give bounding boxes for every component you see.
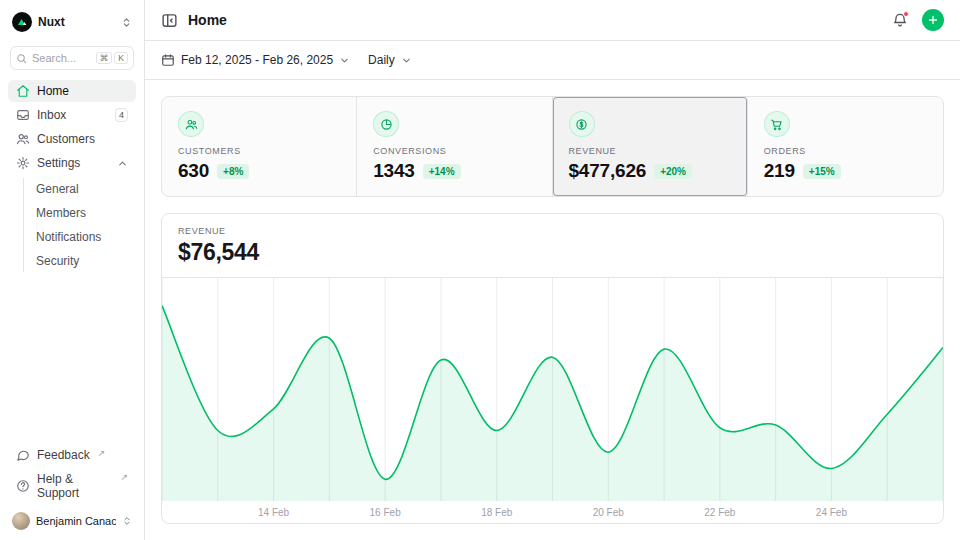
- inbox-icon: [16, 108, 30, 122]
- sidebar-item-customers[interactable]: Customers: [8, 128, 136, 150]
- sidebar-item-label: Home: [37, 84, 69, 98]
- workspace-name: Nuxt: [38, 15, 65, 29]
- sidebar-item-inbox[interactable]: Inbox 4: [8, 104, 136, 126]
- header-actions: [892, 9, 944, 31]
- user-avatar: [12, 512, 30, 530]
- x-axis-tick: 20 Feb: [593, 507, 625, 518]
- stat-value: 1343: [373, 160, 414, 182]
- stat-label: CUSTOMERS: [178, 146, 340, 156]
- chart-pie-icon: [373, 111, 399, 137]
- period-label: Daily: [368, 53, 395, 67]
- external-link-icon: ↗: [120, 472, 128, 482]
- sidebar-item-label: Inbox: [37, 108, 66, 122]
- x-axis-tick: 24 Feb: [816, 507, 848, 518]
- chevron-down-icon: [401, 55, 412, 66]
- page-title: Home: [188, 12, 227, 28]
- sidebar-toggle-icon[interactable]: [161, 12, 178, 29]
- stat-card-orders[interactable]: ORDERS 219 +15%: [748, 97, 943, 196]
- settings-children: General Members Notifications Security: [23, 178, 136, 272]
- stat-card-revenue[interactable]: REVENUE $477,626 +20%: [553, 97, 748, 196]
- chevron-down-icon: [339, 55, 350, 66]
- page-header: Home: [145, 0, 960, 41]
- help-circle-icon: [16, 479, 30, 493]
- sidebar-item-settings[interactable]: Settings: [8, 152, 136, 174]
- x-axis-tick: 18 Feb: [481, 507, 513, 518]
- x-axis-tick: 22 Feb: [704, 507, 736, 518]
- sidebar-footer: Feedback ↗ Help & Support ↗ Benjamin Can…: [8, 444, 136, 532]
- kbd-cmd: ⌘: [96, 52, 113, 65]
- stat-label: ORDERS: [764, 146, 927, 156]
- gear-icon: [16, 156, 30, 170]
- sidebar-item-security[interactable]: Security: [29, 250, 136, 272]
- filters-toolbar: Feb 12, 2025 - Feb 26, 2025 Daily: [145, 41, 960, 80]
- users-icon: [178, 111, 204, 137]
- x-axis-tick: 16 Feb: [370, 507, 402, 518]
- stat-value: $477,626: [569, 160, 647, 182]
- external-link-icon: ↗: [98, 448, 106, 458]
- nuxt-logo-icon: [12, 12, 32, 32]
- feedback-label: Feedback: [37, 448, 90, 462]
- search-input[interactable]: [32, 52, 78, 64]
- shopping-cart-icon: [764, 111, 790, 137]
- revenue-area-chart: 14 Feb16 Feb18 Feb20 Feb22 Feb24 Feb: [162, 278, 943, 523]
- stat-value: 630: [178, 160, 209, 182]
- stat-delta-badge: +15%: [803, 164, 841, 179]
- sidebar-item-label: Customers: [37, 132, 95, 146]
- kbd-k: K: [114, 52, 128, 65]
- chevron-up-icon: [117, 158, 128, 169]
- chart-body: 14 Feb16 Feb18 Feb20 Feb22 Feb24 Feb: [162, 278, 943, 523]
- stat-value: 219: [764, 160, 795, 182]
- stat-delta-badge: +20%: [654, 164, 692, 179]
- chart-metric-value: $76,544: [178, 239, 927, 266]
- stat-label: REVENUE: [569, 146, 731, 156]
- sidebar: Nuxt ⌘K Home Inbox 4: [0, 0, 145, 540]
- chart-metric-label: REVENUE: [178, 226, 927, 236]
- calendar-icon: [161, 53, 175, 67]
- user-menu[interactable]: Benjamin Canac: [8, 506, 136, 532]
- notification-dot: [903, 11, 909, 17]
- search-icon: [16, 53, 27, 64]
- help-support-link[interactable]: Help & Support ↗: [8, 468, 136, 504]
- date-range-picker[interactable]: Feb 12, 2025 - Feb 26, 2025: [161, 53, 350, 67]
- sidebar-item-label: Settings: [37, 156, 80, 170]
- stat-delta-badge: +8%: [217, 164, 249, 179]
- inbox-count-badge: 4: [115, 108, 128, 122]
- circle-dollar-icon: [569, 111, 595, 137]
- sidebar-item-general[interactable]: General: [29, 178, 136, 200]
- chevron-updown-icon: [122, 516, 132, 526]
- stat-label: CONVERSIONS: [373, 146, 535, 156]
- feedback-link[interactable]: Feedback ↗: [8, 444, 136, 466]
- add-button[interactable]: [922, 9, 944, 31]
- chart-header: REVENUE $76,544: [162, 214, 943, 278]
- main-area: Home Feb 12, 2025 - Feb 26, 2025 Daily: [145, 0, 960, 540]
- sidebar-nav: Home Inbox 4 Customers Settings Genera: [8, 80, 136, 272]
- date-range-label: Feb 12, 2025 - Feb 26, 2025: [181, 53, 333, 67]
- help-support-label: Help & Support: [37, 472, 112, 500]
- chevron-updown-icon: [121, 17, 132, 28]
- stats-row: CUSTOMERS 630 +8% CONVERSIONS 1343 +14%: [161, 96, 944, 197]
- home-icon: [16, 84, 30, 98]
- search-shortcut: ⌘K: [96, 52, 128, 65]
- chat-bubble-icon: [16, 448, 30, 462]
- users-icon: [16, 132, 30, 146]
- workspace-switcher[interactable]: Nuxt: [8, 10, 136, 34]
- period-select[interactable]: Daily: [368, 53, 412, 67]
- user-name: Benjamin Canac: [36, 515, 116, 527]
- page-content: CUSTOMERS 630 +8% CONVERSIONS 1343 +14%: [145, 80, 960, 540]
- revenue-chart-panel: REVENUE $76,544 14 Feb16 Feb18 Feb20 Feb…: [161, 213, 944, 524]
- sidebar-item-home[interactable]: Home: [8, 80, 136, 102]
- sidebar-item-notifications[interactable]: Notifications: [29, 226, 136, 248]
- sidebar-spacer: [8, 272, 136, 444]
- search-box[interactable]: ⌘K: [10, 46, 134, 70]
- stat-card-conversions[interactable]: CONVERSIONS 1343 +14%: [357, 97, 552, 196]
- notifications-bell-icon[interactable]: [892, 12, 908, 28]
- stat-delta-badge: +14%: [423, 164, 461, 179]
- sidebar-item-members[interactable]: Members: [29, 202, 136, 224]
- x-axis-tick: 14 Feb: [258, 507, 290, 518]
- stat-card-customers[interactable]: CUSTOMERS 630 +8%: [162, 97, 357, 196]
